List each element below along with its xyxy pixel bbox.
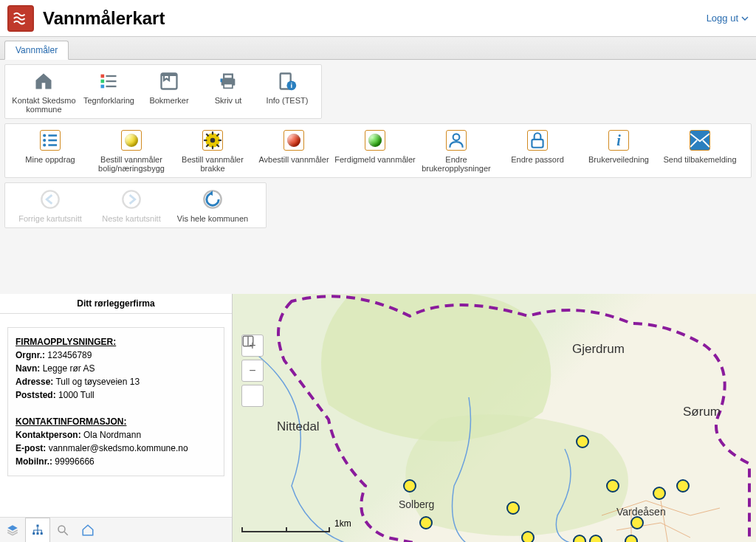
- svg-line-25: [206, 134, 208, 136]
- legend-icon: [97, 69, 120, 93]
- svg-rect-2: [101, 85, 105, 89]
- user-icon: [444, 128, 468, 152]
- sidebar-tab-search[interactable]: [50, 518, 75, 543]
- svg-point-47: [420, 517, 432, 529]
- btn-bestill-brakke[interactable]: Bestill vannmåler brakke: [172, 128, 253, 173]
- print-icon: [216, 69, 240, 93]
- btn-vis-hele-kommunen[interactable]: Vis hele kommunen: [172, 188, 253, 223]
- sidebar-tab-home[interactable]: [75, 518, 100, 543]
- mail-icon: [688, 128, 712, 152]
- svg-point-50: [577, 436, 588, 447]
- tree-icon: [31, 524, 44, 537]
- app-logo: [7, 5, 34, 32]
- svg-point-20: [210, 138, 216, 143]
- map-canvas[interactable]: Gjerdrum Sørum Nittedal Solberg Vardeåse…: [233, 294, 756, 542]
- svg-rect-8: [224, 84, 233, 89]
- home-icon: [81, 524, 94, 537]
- green-dot-icon: [363, 128, 387, 152]
- btn-bestill-bolig[interactable]: Bestill vannmåler bolig/næringsbygg: [91, 128, 172, 173]
- btn-skriv-ut[interactable]: Skriv ut: [199, 69, 258, 114]
- svg-rect-17: [48, 140, 57, 142]
- btn-neste-kartutsnitt[interactable]: Neste kartutsnitt: [91, 188, 172, 223]
- svg-point-48: [507, 502, 519, 514]
- svg-rect-0: [101, 75, 105, 78]
- sidebar-title: Ditt rørleggerfirma: [0, 294, 232, 314]
- btn-info-test[interactable]: i Info (TEST): [258, 69, 317, 114]
- svg-rect-35: [37, 525, 39, 527]
- svg-rect-5: [106, 86, 117, 87]
- company-info-box: FIRMAOPPLYSNINGER: Orgnr.: 123456789 Nav…: [7, 327, 224, 476]
- svg-point-52: [607, 480, 619, 492]
- svg-text:Gjerdrum: Gjerdrum: [572, 342, 625, 356]
- svg-rect-1: [101, 80, 105, 83]
- svg-rect-30: [532, 140, 543, 148]
- btn-endre-passord[interactable]: Endre passord: [497, 128, 578, 173]
- btn-brukerveiledning[interactable]: i Brukerveiledning: [578, 128, 659, 173]
- list-icon: [38, 128, 62, 152]
- svg-text:Sørum: Sørum: [683, 405, 721, 419]
- svg-line-27: [206, 144, 208, 146]
- svg-point-39: [58, 526, 65, 532]
- svg-text:Solberg: Solberg: [399, 498, 434, 510]
- page-title: Vannmålerkart: [43, 8, 165, 29]
- map-bookmarks-button[interactable]: [241, 385, 264, 407]
- svg-point-46: [404, 480, 416, 492]
- tab-bar: Vannmåler: [0, 37, 756, 60]
- btn-bokmerker[interactable]: Bokmerker: [140, 69, 199, 114]
- tab-vannmaler[interactable]: Vannmåler: [4, 41, 69, 60]
- lock-icon: [526, 128, 549, 152]
- arrow-left-icon: [38, 188, 62, 211]
- home-icon: [32, 69, 55, 93]
- svg-point-13: [43, 134, 46, 137]
- svg-point-56: [574, 535, 585, 542]
- sidebar-tab-layers[interactable]: [0, 518, 25, 543]
- btn-mine-oppdrag[interactable]: Mine oppdrag: [10, 128, 91, 173]
- btn-endre-bruker[interactable]: Endre brukeropplysninger: [416, 128, 497, 173]
- svg-line-26: [216, 144, 219, 146]
- svg-point-33: [123, 191, 140, 207]
- svg-point-57: [625, 535, 637, 542]
- gear-dot-icon: [201, 128, 224, 152]
- bookmark-icon: [157, 69, 181, 93]
- svg-point-15: [43, 143, 46, 146]
- svg-point-51: [590, 535, 602, 542]
- svg-line-40: [64, 532, 68, 535]
- btn-avbestill[interactable]: Avbestill vannmåler: [253, 128, 334, 173]
- zoom-out-button[interactable]: −: [241, 360, 264, 382]
- arrow-right-icon: [120, 188, 143, 211]
- svg-point-53: [631, 517, 643, 529]
- svg-line-28: [216, 134, 219, 136]
- svg-rect-3: [106, 75, 117, 77]
- svg-rect-4: [106, 80, 117, 82]
- svg-point-55: [677, 480, 689, 492]
- btn-ferdigmeld[interactable]: Ferdigmeld vannmåler: [334, 128, 416, 173]
- sidebar-tab-tree[interactable]: [25, 518, 50, 543]
- svg-point-29: [453, 134, 460, 140]
- svg-rect-9: [221, 79, 222, 83]
- svg-rect-38: [41, 532, 43, 535]
- refresh-icon: [201, 188, 224, 211]
- red-dot-icon: [282, 128, 306, 152]
- svg-rect-7: [224, 75, 233, 79]
- info-i-icon: i: [607, 128, 630, 152]
- svg-point-54: [653, 487, 665, 499]
- svg-point-49: [522, 532, 534, 542]
- map-scale: 1km: [241, 524, 351, 535]
- search-icon: [56, 524, 69, 537]
- yellow-dot-icon: [120, 128, 143, 152]
- svg-text:Vardeåsen: Vardeåsen: [616, 506, 666, 518]
- book-icon: [241, 335, 255, 348]
- btn-kontakt-kommune[interactable]: Kontakt Skedsmo kommune: [10, 69, 78, 114]
- layers-icon: [6, 524, 19, 537]
- svg-rect-37: [37, 532, 39, 535]
- btn-tegnforklaring[interactable]: Tegnforklaring: [78, 69, 140, 114]
- svg-rect-16: [48, 134, 57, 137]
- btn-forrige-kartutsnitt[interactable]: Forrige kartutsnitt: [10, 188, 91, 223]
- svg-rect-36: [32, 532, 35, 535]
- svg-text:i: i: [291, 82, 293, 89]
- svg-rect-18: [48, 144, 57, 146]
- logout-link[interactable]: Logg ut: [707, 13, 749, 24]
- svg-point-32: [41, 191, 58, 207]
- svg-text:Nittedal: Nittedal: [277, 419, 320, 433]
- btn-send-tilbakemelding[interactable]: Send tilbakemelding: [659, 128, 740, 173]
